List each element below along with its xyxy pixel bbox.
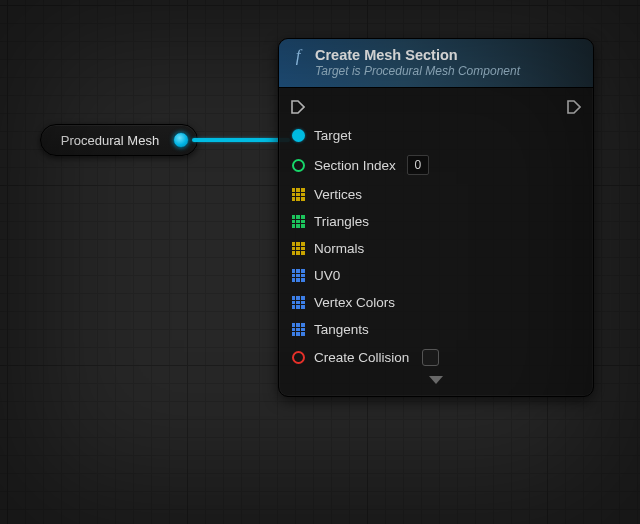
pin-row-uv0[interactable]: UV0 bbox=[291, 262, 581, 289]
object-pin-icon[interactable] bbox=[292, 129, 305, 142]
pin-row-vertex-colors[interactable]: Vertex Colors bbox=[291, 289, 581, 316]
array-pin-icon[interactable] bbox=[292, 215, 305, 228]
node-create-mesh-section[interactable]: f Create Mesh Section Target is Procedur… bbox=[278, 38, 594, 397]
section-index-input[interactable]: 0 bbox=[407, 155, 429, 175]
pin-label: Vertex Colors bbox=[314, 295, 395, 310]
expand-node-button[interactable] bbox=[291, 372, 581, 390]
pin-label: Section Index bbox=[314, 158, 396, 173]
pin-label: UV0 bbox=[314, 268, 340, 283]
output-pin-object[interactable] bbox=[173, 132, 189, 148]
pin-row-vertices[interactable]: Vertices bbox=[291, 181, 581, 208]
array-pin-icon[interactable] bbox=[292, 323, 305, 336]
chevron-down-icon bbox=[429, 376, 443, 384]
exec-pin-in[interactable] bbox=[291, 100, 305, 114]
pin-row-section-index[interactable]: Section Index 0 bbox=[291, 149, 581, 181]
node-subtitle: Target is Procedural Mesh Component bbox=[315, 64, 520, 79]
pin-label: Triangles bbox=[314, 214, 369, 229]
array-pin-icon[interactable] bbox=[292, 269, 305, 282]
node-header[interactable]: f Create Mesh Section Target is Procedur… bbox=[279, 39, 593, 88]
create-collision-checkbox[interactable] bbox=[422, 349, 439, 366]
pin-label: Create Collision bbox=[314, 350, 409, 365]
pin-label: Tangents bbox=[314, 322, 369, 337]
node-title: Create Mesh Section bbox=[315, 46, 520, 64]
pin-label: Target bbox=[314, 128, 352, 143]
pin-row-normals[interactable]: Normals bbox=[291, 235, 581, 262]
variable-node-label: Procedural Mesh bbox=[55, 133, 165, 148]
pin-label: Vertices bbox=[314, 187, 362, 202]
array-pin-icon[interactable] bbox=[292, 242, 305, 255]
variable-node-procedural-mesh[interactable]: Procedural Mesh bbox=[40, 124, 198, 156]
pin-label: Normals bbox=[314, 241, 364, 256]
pin-row-tangents[interactable]: Tangents bbox=[291, 316, 581, 343]
function-icon: f bbox=[289, 48, 307, 66]
pin-row-create-collision[interactable]: Create Collision bbox=[291, 343, 581, 372]
wire-target bbox=[192, 138, 290, 142]
array-pin-icon[interactable] bbox=[292, 188, 305, 201]
array-pin-icon[interactable] bbox=[292, 296, 305, 309]
int-pin-icon[interactable] bbox=[292, 159, 305, 172]
pin-row-target[interactable]: Target bbox=[291, 122, 581, 149]
bool-pin-icon[interactable] bbox=[292, 351, 305, 364]
pin-row-triangles[interactable]: Triangles bbox=[291, 208, 581, 235]
node-body: Target Section Index 0 Vertices Triangle… bbox=[279, 88, 593, 396]
exec-pin-out[interactable] bbox=[567, 100, 581, 114]
